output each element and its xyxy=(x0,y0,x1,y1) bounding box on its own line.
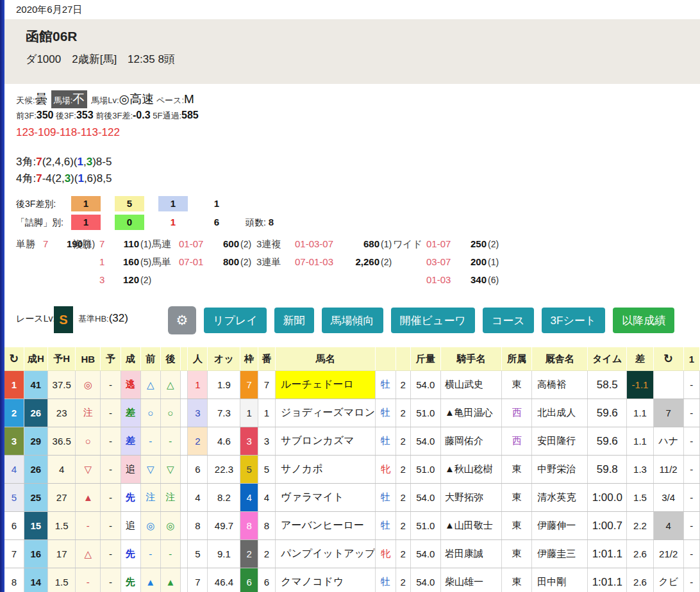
cell-margin: クビ xyxy=(653,568,683,592)
cell-seiH: 25 xyxy=(24,484,47,512)
cell-sa: 1.5 xyxy=(627,484,653,512)
cell-waku: 2 xyxy=(240,540,258,568)
hb-baseline-label: 基準HB:(32) xyxy=(78,312,128,325)
cell-waku: 6 xyxy=(240,568,258,592)
column-header-yo: 予 xyxy=(101,347,121,371)
cell-name[interactable]: サブロンカズマ xyxy=(276,427,376,456)
cell-nin: 3 xyxy=(188,399,208,427)
text-segment: 不 xyxy=(72,92,85,106)
payout-amount: 110 xyxy=(111,237,139,251)
cell-name[interactable]: ジョディーズマロン xyxy=(276,399,376,427)
cell-nin: 2 xyxy=(188,427,208,456)
payout-amount: 680 xyxy=(346,237,379,251)
column-header-nin: 人 xyxy=(188,347,208,371)
cell-ban: 3 xyxy=(258,427,275,456)
cell-odds: 8.2 xyxy=(208,484,240,512)
cell-mae: ◎ xyxy=(140,512,160,540)
cell-hb: ▲ xyxy=(76,484,101,512)
text-segment: 7 xyxy=(36,156,42,168)
cell-gap xyxy=(180,484,187,512)
meeting-viewer-button[interactable]: 開催ビューワ xyxy=(391,308,475,333)
distribution-cell: 1 xyxy=(71,215,101,230)
column-header-margin: ↻ xyxy=(653,347,683,371)
cell-name[interactable]: ルーチェドーロ xyxy=(276,371,376,399)
column-header-ban: 番 xyxy=(258,347,275,371)
cell-hb: - xyxy=(76,568,101,592)
course-button[interactable]: コース xyxy=(483,308,534,333)
cell-sa: 2.6 xyxy=(627,568,653,592)
cell-nin: 5 xyxy=(188,540,208,568)
cell-ban: 4 xyxy=(258,484,275,512)
cell-wt: 51.0 xyxy=(410,456,440,484)
cell-extra: - xyxy=(683,540,699,568)
refresh-icon[interactable]: ↻ xyxy=(9,352,19,365)
cell-margin: 3/4 xyxy=(653,484,683,512)
cell-yo: - xyxy=(101,568,121,592)
cell-mae: - xyxy=(140,540,160,568)
distribution-cell: 1 xyxy=(202,196,231,211)
cell-wt: 54.0 xyxy=(410,540,440,568)
payout-amount: 340 xyxy=(458,273,487,287)
payout-combination: 01-03 xyxy=(426,273,457,287)
cell-wt: 54.0 xyxy=(410,427,440,456)
cell-wt: 54.0 xyxy=(410,484,440,512)
cell-sa: 1.3 xyxy=(627,456,653,484)
cell-stable: 田中剛 xyxy=(532,568,588,592)
cell-odds: 4.6 xyxy=(208,427,240,456)
cell-name[interactable]: サノカポ xyxy=(276,456,376,484)
refresh-icon[interactable]: ↻ xyxy=(663,352,673,365)
cell-seiH: 41 xyxy=(24,371,47,399)
cell-wt: 54.0 xyxy=(410,568,440,592)
column-header-sa: 差 xyxy=(627,347,653,371)
table-header-row: ↻成H予HHB予成前後人オッ枠番馬名斤量騎手名所属厩舎名タイム差↻1 xyxy=(4,347,700,371)
newspaper-button[interactable]: 新聞 xyxy=(274,308,314,333)
cell-ato: ◎ xyxy=(160,512,180,540)
head-count-label: 頭数: 8 xyxy=(246,215,274,230)
cell-name[interactable]: アーバンヒーロー xyxy=(276,512,376,540)
text-segment: 7 xyxy=(36,172,42,185)
cell-mae: ▽ xyxy=(140,456,160,484)
column-header-jockey: 騎手名 xyxy=(440,347,501,371)
cell-seiH: 26 xyxy=(24,399,47,427)
payout-combination: 03-07 xyxy=(426,255,457,269)
payout-row: 1160(5) xyxy=(72,255,158,273)
column-header-age xyxy=(396,347,410,371)
cell-hb: ◎ xyxy=(76,371,101,399)
replay-button[interactable]: リプレイ xyxy=(204,308,267,333)
lap-times: 123-109-118-113-122 xyxy=(16,126,120,139)
table-row: 32936.5○-差--24.633サブロンカズマ牡254.0藤岡佑介西安田隆行… xyxy=(4,427,700,456)
payout-popularity: (2) xyxy=(488,237,506,251)
settings-button[interactable]: ⚙ xyxy=(168,306,196,334)
text-segment: 5F通過: xyxy=(151,111,181,120)
payout-row: 03-07200(1) xyxy=(393,255,506,273)
cell-margin: 11/2 xyxy=(653,456,683,484)
cell-extra: - xyxy=(683,456,699,484)
distribution-cell: 1 xyxy=(71,196,101,211)
cell-waku: 4 xyxy=(240,484,258,512)
cell-aff: 東 xyxy=(502,371,532,399)
cell-hb: ○ xyxy=(76,427,101,456)
column-header-odds: オッ xyxy=(208,347,240,371)
cell-age: 2 xyxy=(396,484,410,512)
cell-age: 2 xyxy=(396,427,410,456)
cell-name[interactable]: ヴァラマイト xyxy=(276,484,376,512)
payout-row: 3連単07-01-032,260(2) xyxy=(256,255,399,273)
cell-odds: 46.4 xyxy=(208,568,240,592)
cell-sex: 牡 xyxy=(376,568,396,592)
cell-name[interactable]: クマノコドウ xyxy=(276,568,376,592)
cell-time: 1:01.1 xyxy=(588,568,627,592)
cell-time: 59.6 xyxy=(588,427,627,456)
3f-sheet-button[interactable]: 3Fシート xyxy=(542,308,606,333)
text-segment: 3角: xyxy=(16,156,36,168)
track-trend-button[interactable]: 馬場傾向 xyxy=(322,308,383,333)
cell-extra: - xyxy=(683,427,699,456)
later-results-button[interactable]: 以降成績 xyxy=(613,308,674,333)
cell-name[interactable]: パンプイットアップ xyxy=(276,540,376,568)
race-title: 函館06R xyxy=(26,28,78,45)
cell-place: 3 xyxy=(4,427,24,456)
text-segment: M xyxy=(184,92,194,106)
cell-stable: 高橋裕 xyxy=(532,371,588,399)
rear3f-distribution-row: 後3F差別:1511 xyxy=(16,196,246,211)
cell-ato: - xyxy=(160,427,180,456)
cell-sei: 先 xyxy=(121,568,140,592)
